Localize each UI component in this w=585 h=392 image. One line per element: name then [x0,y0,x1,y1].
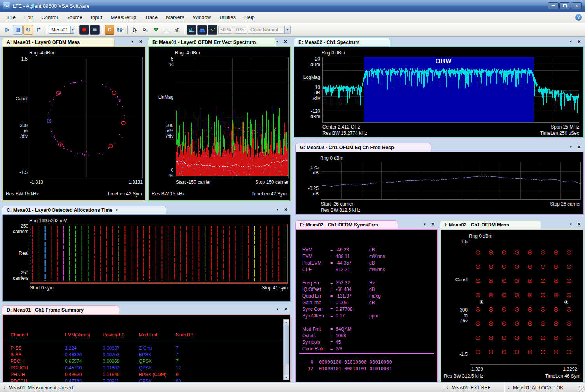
title-bar[interactable]: LTE - Agilent 89600 VSA Software × [0,0,585,12]
channel-value-cell: 0.47768 [65,378,82,382]
menu-source[interactable]: Source [62,12,86,22]
allocations-dropdown-icon[interactable]: ▾ [116,208,118,212]
constellation-canvas-i[interactable] [470,240,577,364]
panel-g-menu-icon[interactable]: ▾ [570,145,572,149]
error-spectrum-canvas[interactable] [176,57,288,178]
display-waterfall-button[interactable] [197,25,207,35]
pause-button[interactable] [13,25,23,35]
panel-d-close-icon[interactable]: × [284,307,287,312]
panel-f-tab[interactable]: F: Meas02 - Ch1 OFDM Syms/Errs [295,220,398,229]
frame-summary-scrollbar[interactable]: ▲ ▼ [283,319,289,380]
freq-response-canvas[interactable] [321,162,580,199]
panel-c-menu-icon[interactable]: ▾ [277,208,278,211]
marker-move-button[interactable] [140,25,150,35]
panel-b-close-icon[interactable]: × [284,39,287,44]
menu-edit[interactable]: Edit [20,12,37,22]
delta-marker-icon [174,27,180,33]
constellation-plot-a[interactable] [30,57,143,178]
maximize-button[interactable] [559,2,570,9]
capture-button[interactable] [90,25,100,35]
panel-a-tab[interactable]: A: Meas01 - Layer0 OFDM Meas [2,38,115,46]
menu-file[interactable]: File [3,12,20,22]
freq-response-plot[interactable] [321,162,581,200]
panel-c-close-icon[interactable]: × [284,207,287,212]
x-axis-right: Stop 41 sym [262,285,288,291]
syms-errs-row: Freq Err=252.32Hz [296,280,437,287]
menu-help[interactable]: Help [240,12,259,22]
panel-e-menu-icon[interactable]: ▾ [570,40,572,44]
allocations-canvas[interactable] [30,224,287,283]
panel-f-menu-icon[interactable]: ▾ [424,223,426,226]
result-value: 488.11 [336,254,350,260]
marker-band-button[interactable] [161,25,171,35]
constellation-canvas-a[interactable] [30,57,142,178]
resize-grip[interactable] [578,386,584,392]
menu-meassetup[interactable]: MeasSetup [106,12,140,22]
loop-button[interactable]: ↻ [23,25,33,35]
menu-control[interactable]: Control [37,12,62,22]
panel-e-close-icon[interactable]: × [578,39,581,44]
equals-sign: = [330,326,333,332]
result-value: 312.21 [336,267,350,273]
status-spinner-extref[interactable]: ▲▼ [445,386,450,390]
equals-sign: = [330,247,333,253]
menu-input[interactable]: Input [86,12,106,22]
close-button[interactable]: × [571,2,582,9]
panel-i-tab[interactable]: I: Meas02 - Ch1 OFDM Meas [440,220,541,229]
status-spinner-left[interactable]: ▲▼ [2,386,7,390]
result-label: Gain Imb [302,300,321,306]
allocations-plot[interactable] [30,224,288,284]
status-spinner-autocal[interactable]: ▲▼ [506,386,511,390]
color-select[interactable]: Color Normal ▾ [248,26,291,34]
panel-i-menu-icon[interactable]: ▾ [570,223,572,226]
panel-f-close-icon[interactable]: × [431,221,434,227]
panel-a-close-icon[interactable]: × [139,39,142,44]
layout-grid-button[interactable] [115,25,125,35]
play-button[interactable] [2,25,12,35]
minimize-button[interactable] [548,2,559,9]
pause-icon [15,27,21,33]
result-label: Code Rate [302,346,324,352]
help-icon[interactable]: ? [575,14,582,21]
spectrum-canvas[interactable] [323,57,579,122]
scrollbar-thumb[interactable] [284,326,289,364]
display-stack-button[interactable] [187,25,196,35]
res-bw-label: Res BW 312.5 kHz [444,373,483,379]
menu-markers[interactable]: Markers [162,12,189,22]
restart-icon [36,27,42,33]
panel-i-close-icon[interactable]: × [578,221,581,227]
channel-value-cell: 12 [176,365,181,371]
panel-c-tab[interactable]: C: Meas01 - Layer0 Detected Allocations … [2,206,166,214]
record-button[interactable] [79,25,89,35]
panel-g-close-icon[interactable]: × [578,144,581,150]
equals-sign: = [330,260,333,266]
panel-b-tab[interactable]: B: Meas01 - Layer0 OFDM Err Vect Spectru… [148,38,276,46]
marker-peak-button[interactable] [151,25,161,35]
toolbar-separator [77,26,77,34]
scroll-down-icon[interactable]: ▼ [284,375,289,380]
panel-b-menu-icon[interactable]: ▾ [276,40,278,44]
error-spectrum-plot[interactable] [176,57,289,178]
restart-button[interactable] [34,25,44,35]
select-tool-button[interactable] [130,25,140,35]
panel-g-tab[interactable]: G: Meas02 - Ch1 OFDM Eq Ch Freq Resp [295,143,431,152]
result-unit: m%rms [369,254,385,260]
correction-button[interactable]: C [105,25,114,35]
menu-trace[interactable]: Trace [140,12,162,22]
menu-utilities[interactable]: Utilities [215,12,240,22]
scroll-up-icon[interactable]: ▲ [284,320,289,325]
panel-d-menu-icon[interactable]: ▾ [277,308,278,311]
constellation-plot-i[interactable] [470,240,577,365]
spectrum-plot[interactable]: OBW [322,57,579,123]
panel-e-tab[interactable]: E: Meas02 - Ch1 Spectrum [294,38,390,46]
panel-d-tab[interactable]: D: Meas01 - Ch1 Frame Summary [2,305,119,314]
panel-a-menu-icon[interactable]: ▾ [131,40,133,44]
res-bw-label: Res BW 15 kHz [152,191,185,197]
syms-errs-row: EVM=-46.23dB [296,247,437,254]
meas-select[interactable]: Meas01 ▾ [49,26,74,34]
y-overlap-field[interactable] [234,26,247,34]
x-overlap-field[interactable] [218,26,233,34]
menu-window[interactable]: Window [189,12,215,22]
marker-delta-button[interactable] [172,25,182,35]
display-gradient-button[interactable] [208,25,217,35]
